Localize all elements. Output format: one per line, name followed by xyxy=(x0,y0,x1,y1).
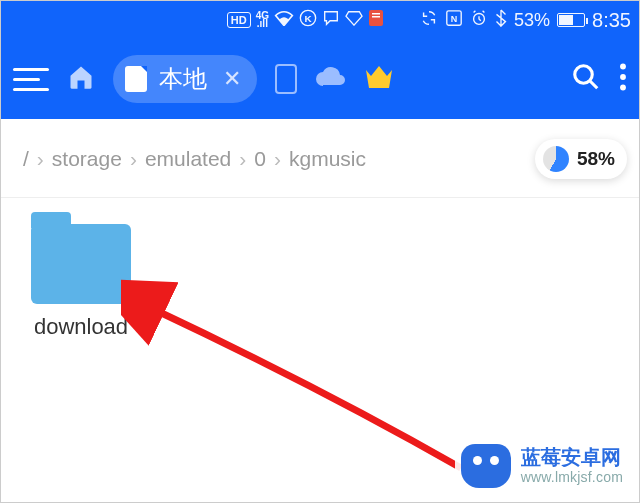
premium-crown-icon[interactable] xyxy=(363,62,395,97)
network-4g-icon: 4G.ıll xyxy=(256,12,269,28)
cloud-icon[interactable] xyxy=(315,66,345,92)
svg-point-9 xyxy=(620,64,626,70)
breadcrumb-root[interactable]: / xyxy=(17,147,35,171)
chevron-right-icon: › xyxy=(274,147,281,171)
diamond-icon xyxy=(345,10,363,31)
folder-icon xyxy=(31,224,131,304)
home-button[interactable] xyxy=(67,63,95,95)
close-tab-button[interactable]: ✕ xyxy=(223,66,241,92)
breadcrumb: / › storage › emulated › 0 › kgmusic 58% xyxy=(1,119,639,198)
breadcrumb-seg[interactable]: storage xyxy=(46,147,128,171)
hd-badge: HD xyxy=(227,12,251,28)
svg-point-11 xyxy=(620,85,626,91)
svg-point-10 xyxy=(620,74,626,80)
chat-icon xyxy=(322,9,340,32)
folder-item-download[interactable]: download xyxy=(21,224,141,340)
tab-label: 本地 xyxy=(159,63,207,95)
breadcrumb-seg[interactable]: emulated xyxy=(139,147,237,171)
chevron-right-icon: › xyxy=(37,147,44,171)
battery-percent: 53% xyxy=(514,10,550,31)
svg-rect-3 xyxy=(372,13,380,15)
more-button[interactable] xyxy=(619,63,627,95)
sd-card-icon xyxy=(125,66,147,92)
app-toolbar: 本地 ✕ xyxy=(1,39,639,119)
usage-percent: 58% xyxy=(577,148,615,170)
watermark-logo-icon xyxy=(461,444,511,488)
wifi-icon xyxy=(274,10,294,31)
tab-local-storage[interactable]: 本地 ✕ xyxy=(113,55,257,103)
watermark-url: www.lmkjsf.com xyxy=(521,469,623,485)
alarm-icon xyxy=(470,9,488,32)
device-icon[interactable] xyxy=(275,64,297,94)
search-button[interactable] xyxy=(571,62,601,96)
svg-rect-4 xyxy=(372,16,380,18)
annotation-arrow xyxy=(121,268,481,498)
storage-usage-pill[interactable]: 58% xyxy=(535,139,627,179)
menu-button[interactable] xyxy=(13,68,49,91)
bluetooth-icon xyxy=(495,9,507,32)
svg-rect-2 xyxy=(369,10,383,26)
folder-label: download xyxy=(21,314,141,340)
pie-icon xyxy=(543,146,569,172)
k-circle-icon: K xyxy=(299,9,317,32)
file-grid: download xyxy=(1,198,639,366)
battery-icon xyxy=(557,13,585,27)
sync-icon xyxy=(420,9,438,32)
svg-text:N: N xyxy=(451,13,458,23)
status-bar: HD 4G.ıll K N 53% 8:35 xyxy=(1,1,639,39)
svg-text:K: K xyxy=(304,12,312,23)
breadcrumb-seg[interactable]: kgmusic xyxy=(283,147,372,171)
svg-point-8 xyxy=(575,66,593,84)
chevron-right-icon: › xyxy=(239,147,246,171)
watermark-title: 蓝莓安卓网 xyxy=(521,446,623,469)
chevron-right-icon: › xyxy=(130,147,137,171)
book-icon xyxy=(368,9,384,32)
breadcrumb-seg[interactable]: 0 xyxy=(248,147,272,171)
nfc-icon: N xyxy=(445,9,463,32)
watermark: 蓝莓安卓网 www.lmkjsf.com xyxy=(455,440,629,492)
clock-time: 8:35 xyxy=(592,9,631,32)
